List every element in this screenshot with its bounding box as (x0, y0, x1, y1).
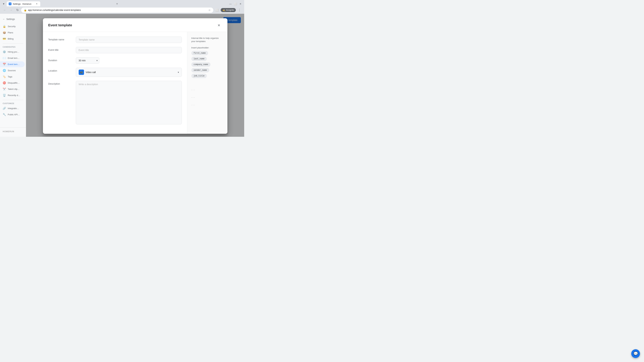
sidebar-item-label-email-temp: Email tem… (8, 57, 20, 59)
duration-select[interactable]: 15 min 30 min 45 min 60 min 90 min 120 m… (76, 57, 99, 64)
main-content: y template Event template ✕ Template nam… (26, 14, 244, 137)
active-tab[interactable]: H Settings · Homerun ✕ (7, 1, 40, 6)
sidebar-item-talent-clip[interactable]: ✂️ Talent clip… (0, 86, 25, 92)
omnibox-bar: ← → ↻ 🔒 app.homerun.co/settings/calendar… (0, 6, 244, 14)
placeholder-chip-last-name[interactable]: last_name (191, 57, 207, 61)
page: ← Settings 🔒 Security 📦 Plans 💳 Billing … (0, 14, 244, 137)
sidebar-back[interactable]: ← Settings (0, 16, 26, 22)
sidebar-item-label-security: Security (8, 25, 16, 28)
event-title-input[interactable] (76, 47, 182, 53)
public-api-icon: 🔧 (3, 113, 6, 116)
placeholder-chip-company-name[interactable]: company_name (191, 62, 210, 67)
location-chevron-icon: ▾ (178, 71, 179, 73)
maximize-button[interactable]: ⬜ (233, 1, 238, 6)
location-control: 📹 Video call ▾ (76, 68, 182, 77)
sidebar-item-label-billing: Billing (8, 37, 14, 40)
browser-chrome: ▼ H Settings · Homerun ✕ + — ⬜ ✕ ← → ↻ 🔒… (0, 0, 244, 14)
sidebar-item-tags[interactable]: 🏷️ Tags (0, 74, 25, 80)
sidebar-item-email-temp[interactable]: ✉️ Email tem… (0, 55, 25, 61)
omnibox[interactable]: 🔒 app.homerun.co/settings/calendar-event… (21, 7, 213, 13)
dialog-close-button[interactable]: ✕ (216, 22, 222, 28)
location-select[interactable]: 📹 Video call ▾ (76, 68, 182, 77)
bookmark-icon: ☆ (208, 8, 211, 12)
security-icon: 🔒 (3, 25, 6, 28)
hiring-pro-icon: ⚙️ (3, 50, 6, 53)
incognito-badge: 🕵️ Incognito (221, 8, 236, 12)
location-value: Video call (86, 71, 176, 73)
talent-clip-icon: ✂️ (3, 87, 6, 91)
url-text: app.homerun.co/settings/calendar-event-t… (28, 9, 207, 11)
template-name-row: Template name (48, 36, 182, 43)
close-window-button[interactable]: ✕ (238, 1, 243, 6)
description-textarea[interactable] (76, 81, 182, 124)
dots-row-3: ··· (191, 103, 224, 107)
sidebar-item-integrations[interactable]: 🔗 Integratio… (0, 105, 25, 111)
duration-label: Duration (48, 57, 72, 62)
back-arrow-icon: ← (3, 18, 5, 20)
location-row: Location 📹 Video call ▾ (48, 68, 182, 77)
location-label: Location (48, 68, 72, 72)
video-call-icon: 📹 (79, 69, 84, 75)
incognito-label: Incognito (226, 9, 234, 11)
event-template-dialog: Event template ✕ Template name (43, 18, 228, 134)
sidebar: ← Settings 🔒 Security 📦 Plans 💳 Billing … (0, 14, 26, 137)
sidebar-item-label-hiring-pro: Hiring pro… (8, 51, 19, 53)
placeholder-chips: first_name last_name company_name sender… (191, 51, 224, 78)
description-row: Description (48, 81, 182, 125)
sidebar-item-label-event-temp: Event tem… (8, 63, 20, 65)
forward-nav-button[interactable]: → (8, 7, 14, 13)
placeholder-chip-first-name[interactable]: first_name (191, 51, 208, 55)
sidebar-item-hiring-pro[interactable]: ⚙️ Hiring pro… (0, 49, 25, 55)
helper-text: Internal title to help organize your tem… (191, 36, 224, 43)
minimize-button[interactable]: — (228, 1, 233, 6)
tab-title: Settings · Homerun (13, 3, 34, 5)
sidebar-item-label-sources: Sources (8, 69, 16, 72)
sidebar-item-plans[interactable]: 📦 Plans (0, 30, 25, 35)
new-tab-button[interactable]: + (115, 1, 120, 6)
placeholder-chip-sender-name[interactable]: sender_name (191, 68, 209, 72)
template-name-control (76, 36, 182, 43)
tab-close-button[interactable]: ✕ (35, 2, 38, 5)
integrations-icon: 🔗 (3, 107, 6, 110)
recently-d-icon: 🗑️ (3, 94, 6, 97)
dialog-header: Event template ✕ (43, 18, 228, 32)
decorative-dots: ··· ··· ··· (191, 78, 224, 107)
sidebar-item-label-public-api: Public API… (8, 113, 20, 116)
sidebar-item-label-tags: Tags (8, 75, 12, 78)
dialog-title: Event template (48, 23, 72, 27)
sources-icon: 🌐 (3, 69, 6, 72)
browser-menu-button[interactable]: ⋮ (237, 7, 242, 13)
billing-icon: 💳 (3, 37, 6, 40)
window-controls: — ⬜ ✕ (228, 1, 243, 6)
sidebar-item-label-recently-d: Recently d… (8, 94, 20, 96)
event-title-label: Event title (48, 47, 72, 51)
template-name-input[interactable] (76, 36, 182, 43)
sidebar-item-public-api[interactable]: 🔧 Public API… (0, 112, 25, 117)
candidates-section-label: Candidates (0, 45, 26, 49)
incognito-icon: 🕵️ (222, 9, 225, 11)
duration-select-wrapper: 15 min 30 min 45 min 60 min 90 min 120 m… (76, 57, 99, 64)
tab-favicon: H (9, 2, 12, 5)
email-temp-icon: ✉️ (3, 56, 6, 60)
duration-row: Duration 15 min 30 min 45 min 60 min 90 … (48, 57, 182, 64)
sidebar-item-billing[interactable]: 💳 Billing (0, 36, 25, 42)
placeholder-chip-job-title[interactable]: job_title (191, 74, 207, 78)
dialog-overlay[interactable]: Event template ✕ Template name (26, 14, 244, 137)
sidebar-back-label: Settings (6, 18, 15, 20)
sidebar-item-disqualif[interactable]: ⛔ Disqualific… (0, 80, 25, 86)
sidebar-item-recently-d[interactable]: 🗑️ Recently d… (0, 92, 25, 98)
template-name-label: Template name (48, 36, 72, 41)
reload-button[interactable]: ↻ (15, 7, 20, 13)
sidebar-item-sources[interactable]: 🌐 Sources (0, 67, 25, 73)
sidebar-item-label-disqualif: Disqualific… (8, 82, 20, 84)
sidebar-item-label-plans: Plans (8, 31, 13, 34)
sidebar-item-event-temp[interactable]: 📅 Event tem… (0, 61, 25, 67)
tags-icon: 🏷️ (3, 75, 6, 78)
tab-list-nav-button[interactable]: ▼ (1, 1, 6, 6)
back-nav-button[interactable]: ← (2, 7, 8, 13)
sidebar-toggle-button[interactable]: ⬜ (214, 7, 220, 13)
sidebar-item-security[interactable]: 🔒 Security (0, 23, 25, 29)
duration-control: 15 min 30 min 45 min 60 min 90 min 120 m… (76, 57, 182, 64)
event-title-control (76, 47, 182, 53)
dots-row-1: ··· (191, 88, 224, 92)
